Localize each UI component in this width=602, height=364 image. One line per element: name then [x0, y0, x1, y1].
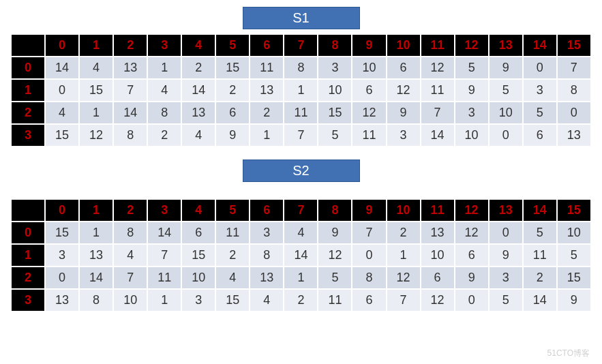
- cell: 2: [387, 222, 421, 244]
- cell: 7: [284, 124, 318, 147]
- row-header: 1: [11, 244, 45, 267]
- cell: 15: [318, 102, 352, 124]
- cell: 4: [79, 57, 113, 79]
- cell: 9: [215, 124, 250, 147]
- cell: 5: [523, 102, 557, 124]
- cell: 13: [250, 267, 284, 289]
- cell: 4: [113, 244, 147, 267]
- col-header: 15: [557, 199, 591, 222]
- cell: 8: [147, 102, 181, 124]
- cell: 7: [113, 267, 147, 289]
- col-header: 8: [318, 199, 352, 222]
- cell: 12: [387, 267, 421, 289]
- cell: 8: [113, 124, 147, 147]
- table-row: 2 0 14 7 11 10 4 13 1 5 8 12 6 9 3 2 15: [11, 267, 591, 289]
- cell: 7: [352, 222, 386, 244]
- col-header: 2: [113, 34, 147, 57]
- cell: 2: [181, 57, 215, 79]
- cell: 8: [79, 289, 113, 312]
- cell: 10: [181, 267, 215, 289]
- cell: 4: [284, 222, 318, 244]
- cell: 13: [250, 79, 284, 102]
- cell: 9: [489, 57, 523, 79]
- table-row: 1 3 13 4 7 15 2 8 14 12 0 1 10 6 9 11 5: [11, 244, 591, 267]
- col-header: 1: [79, 34, 113, 57]
- row-header: 2: [11, 102, 45, 124]
- cell: 11: [215, 222, 250, 244]
- cell: 11: [523, 244, 557, 267]
- cell: 11: [250, 57, 284, 79]
- cell: 10: [318, 79, 352, 102]
- cell: 11: [352, 124, 386, 147]
- cell: 2: [284, 289, 318, 312]
- cell: 14: [284, 244, 318, 267]
- cell: 9: [489, 244, 523, 267]
- cell: 0: [45, 267, 79, 289]
- cell: 1: [79, 222, 113, 244]
- cell: 1: [250, 124, 284, 147]
- cell: 15: [79, 79, 113, 102]
- cell: 6: [523, 124, 557, 147]
- sbox2-table-wrap: 0 1 2 3 4 5 6 7 8 9 10 11 12 13 14 15 0 …: [10, 198, 592, 312]
- cell: 14: [45, 57, 79, 79]
- col-header: 10: [387, 34, 421, 57]
- cell: 1: [147, 57, 181, 79]
- cell: 2: [215, 244, 250, 267]
- table-row: 3 15 12 8 2 4 9 1 7 5 11 3 14 10 0 6 13: [11, 124, 591, 147]
- cell: 6: [181, 222, 215, 244]
- row-header: 3: [11, 289, 45, 312]
- cell: 14: [113, 102, 147, 124]
- cell: 0: [455, 289, 489, 312]
- cell: 1: [79, 102, 113, 124]
- sbox2-table: 0 1 2 3 4 5 6 7 8 9 10 11 12 13 14 15 0 …: [10, 198, 592, 312]
- cell: 12: [352, 102, 386, 124]
- col-header: 9: [352, 199, 386, 222]
- cell: 3: [250, 222, 284, 244]
- cell: 15: [181, 244, 215, 267]
- cell: 5: [455, 57, 489, 79]
- cell: 6: [455, 244, 489, 267]
- cell: 5: [489, 79, 523, 102]
- cell: 3: [387, 124, 421, 147]
- cell: 3: [455, 102, 489, 124]
- cell: 11: [318, 289, 352, 312]
- col-header: 5: [215, 34, 250, 57]
- cell: 7: [147, 244, 181, 267]
- col-header: 11: [421, 34, 455, 57]
- col-header: 13: [489, 34, 523, 57]
- col-header: 10: [387, 199, 421, 222]
- cell: 15: [215, 57, 250, 79]
- cell: 9: [455, 79, 489, 102]
- col-header: 12: [455, 199, 489, 222]
- cell: 2: [250, 102, 284, 124]
- cell: 5: [523, 222, 557, 244]
- col-header: 6: [250, 199, 284, 222]
- row-header: 1: [11, 79, 45, 102]
- col-header: 0: [45, 199, 79, 222]
- cell: 0: [489, 222, 523, 244]
- cell: 14: [147, 222, 181, 244]
- cell: 6: [352, 289, 386, 312]
- cell: 5: [318, 267, 352, 289]
- cell: 3: [318, 57, 352, 79]
- col-header: 4: [181, 34, 215, 57]
- cell: 13: [181, 102, 215, 124]
- cell: 12: [387, 79, 421, 102]
- cell: 2: [147, 124, 181, 147]
- cell: 8: [557, 79, 591, 102]
- cell: 6: [215, 102, 250, 124]
- col-header: 13: [489, 199, 523, 222]
- sbox1-label: S1: [243, 7, 360, 29]
- sbox1-corner: [11, 34, 45, 57]
- sbox1-table-wrap: 0 1 2 3 4 5 6 7 8 9 10 11 12 13 14 15 0 …: [10, 33, 592, 147]
- cell: 3: [489, 267, 523, 289]
- cell: 15: [45, 124, 79, 147]
- cell: 0: [523, 57, 557, 79]
- cell: 13: [79, 244, 113, 267]
- cell: 15: [557, 267, 591, 289]
- row-header: 2: [11, 267, 45, 289]
- cell: 6: [352, 79, 386, 102]
- cell: 7: [113, 79, 147, 102]
- cell: 13: [421, 222, 455, 244]
- cell: 11: [421, 79, 455, 102]
